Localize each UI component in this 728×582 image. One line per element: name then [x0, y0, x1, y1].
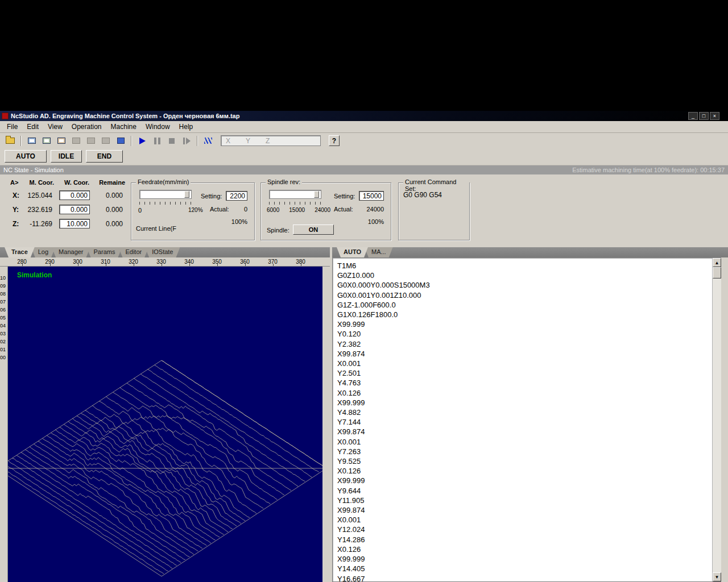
start-button[interactable]	[135, 135, 149, 147]
gcode-line[interactable]: Y9.644	[337, 486, 712, 496]
simulation-viewport[interactable]: Simulation	[8, 267, 322, 582]
gcode-line[interactable]: Y14.286	[337, 535, 712, 544]
work-coordinate-field[interactable]: 0.000	[59, 190, 90, 200]
set-origin-button[interactable]	[99, 135, 113, 147]
gcode-line[interactable]: Y9.525	[337, 456, 712, 466]
left-tab[interactable]: Params	[87, 247, 122, 257]
close-button[interactable]: ×	[710, 112, 719, 120]
gcode-line[interactable]: Y2.382	[337, 339, 712, 349]
gcode-line[interactable]: G0X0.001Y0.001Z10.000	[337, 290, 712, 300]
feedrate-setting-field[interactable]: 2200	[226, 191, 247, 201]
goto-machine-origin-button[interactable]	[84, 135, 98, 147]
left-tab[interactable]: Manager	[52, 247, 90, 257]
window-title: NcStudio AD. Engraving Machine Control S…	[11, 113, 688, 119]
set-origin-icon	[102, 138, 110, 144]
end-mode-button[interactable]: END	[86, 150, 123, 163]
gcode-line[interactable]: X0.001	[337, 359, 712, 368]
open-file-button[interactable]	[3, 135, 17, 147]
jog-button[interactable]	[201, 135, 215, 147]
gcode-line[interactable]: Y4.763	[337, 378, 712, 388]
gcode-line[interactable]: Y16.667	[337, 574, 712, 582]
right-tab[interactable]: MA...	[365, 247, 393, 257]
gcode-line[interactable]: X0.126	[337, 466, 712, 476]
hruler-label: 310	[92, 257, 119, 266]
work-coordinate-field[interactable]: 10.000	[59, 219, 90, 228]
gcode-line[interactable]: X0.001	[337, 437, 712, 447]
right-tab[interactable]: AUTO	[337, 247, 368, 257]
gcode-pane: AUTOMA... T1M6G0Z10.000G0X0.000Y0.000S15…	[332, 247, 728, 582]
trace-body: 1009080706050403020100 Simulation	[0, 267, 330, 582]
machine-coordinate-value: -11.269	[22, 220, 52, 228]
minimize-button[interactable]: _	[688, 112, 698, 120]
left-tab[interactable]: IOState	[145, 247, 180, 257]
trace-view-button[interactable]	[25, 135, 39, 147]
titlebar[interactable]: NcStudio AD. Engraving Machine Control S…	[0, 111, 728, 121]
toolbar-separator	[20, 136, 22, 146]
gcode-line[interactable]: Y12.024	[337, 525, 712, 534]
help-button[interactable]: ?	[329, 135, 340, 146]
gcode-line[interactable]: Y0.120	[337, 329, 712, 339]
menu-item[interactable]: Edit	[22, 122, 43, 132]
pause-button[interactable]	[150, 135, 164, 147]
scroll-down-button[interactable]: ▼	[713, 572, 721, 581]
scroll-up-button[interactable]: ▲	[713, 258, 721, 267]
gcode-line[interactable]: Y4.882	[337, 408, 712, 417]
left-tab[interactable]: Editor	[118, 247, 148, 257]
gcode-scrollbar[interactable]: ▲ ▼	[712, 258, 721, 581]
scroll-thumb[interactable]	[713, 267, 721, 278]
menu-item[interactable]: Operation	[67, 122, 106, 132]
gcode-line[interactable]: X99.999	[337, 554, 712, 564]
gcode-list[interactable]: T1M6G0Z10.000G0X0.000Y0.000S15000M3G0X0.…	[333, 258, 712, 581]
simulate-button[interactable]	[114, 135, 127, 147]
menu-item[interactable]: Window	[141, 122, 175, 132]
feedrate-slider[interactable]	[139, 190, 192, 199]
idle-mode-button[interactable]: IDLE	[51, 150, 82, 163]
spindle-slider[interactable]	[269, 190, 321, 199]
axis-display-box[interactable]: XYZ	[221, 135, 321, 146]
menu-item[interactable]: Machine	[106, 122, 141, 132]
spindle-on-button[interactable]: ON	[293, 225, 334, 235]
stop-button[interactable]	[165, 135, 179, 147]
menu-item[interactable]: Help	[175, 122, 198, 132]
gcode-line[interactable]: Y7.263	[337, 447, 712, 456]
gcode-line[interactable]: Y7.144	[337, 417, 712, 427]
gcode-line[interactable]: X99.999	[337, 476, 712, 485]
auto-mode-button[interactable]: AUTO	[5, 150, 47, 163]
nc-state-bar: NC State - Simulation Estimative machini…	[0, 165, 728, 174]
work-coordinate-field[interactable]: 0.000	[59, 205, 90, 214]
spindle-group: Spindle rev: Setting: 15000 600015000240…	[260, 182, 391, 240]
menu-item[interactable]: View	[43, 122, 67, 132]
gcode-line[interactable]: G1Z-1.000F600.0	[337, 300, 712, 310]
gcode-line[interactable]: X99.999	[337, 319, 712, 329]
gcode-line[interactable]: G1X0.126F1800.0	[337, 310, 712, 319]
single-step-button[interactable]	[180, 135, 193, 147]
workpiece-origin-icon	[72, 138, 80, 144]
gcode-line[interactable]: Y11.905	[337, 496, 712, 505]
gcode-line[interactable]: X99.874	[337, 427, 712, 436]
maximize-button[interactable]: □	[699, 112, 709, 120]
gcode-line[interactable]: G0Z10.000	[337, 271, 712, 280]
menu-item[interactable]: File	[2, 122, 22, 132]
scrollbar-track[interactable]	[713, 278, 721, 572]
gcode-line[interactable]: X0.001	[337, 515, 712, 525]
left-tab[interactable]: Trace	[5, 247, 35, 257]
gcode-line[interactable]: X99.874	[337, 505, 712, 515]
toolbar: XYZ ?	[0, 133, 728, 148]
spindle-tick-label: 24000	[315, 207, 330, 213]
gcode-line[interactable]: X0.126	[337, 544, 712, 554]
spindle-setting-field[interactable]: 15000	[359, 191, 384, 201]
spindle-slider-thumb[interactable]	[314, 191, 319, 198]
left-tab[interactable]: Log	[31, 247, 55, 257]
gcode-line[interactable]: X99.874	[337, 349, 712, 359]
gcode-line[interactable]: X99.999	[337, 398, 712, 408]
gcode-line[interactable]: T1M6	[337, 261, 712, 271]
log-view-button[interactable]	[40, 135, 53, 147]
goto-workpiece-origin-button[interactable]	[69, 135, 83, 147]
gcode-line[interactable]: G0X0.000Y0.000S15000M3	[337, 280, 712, 290]
gcode-line[interactable]: Y14.405	[337, 564, 712, 573]
hruler-label: 330	[147, 257, 175, 266]
manager-view-button[interactable]	[55, 135, 68, 147]
feedrate-slider-thumb[interactable]	[184, 191, 189, 198]
gcode-line[interactable]: X0.126	[337, 388, 712, 398]
gcode-line[interactable]: Y2.501	[337, 368, 712, 378]
